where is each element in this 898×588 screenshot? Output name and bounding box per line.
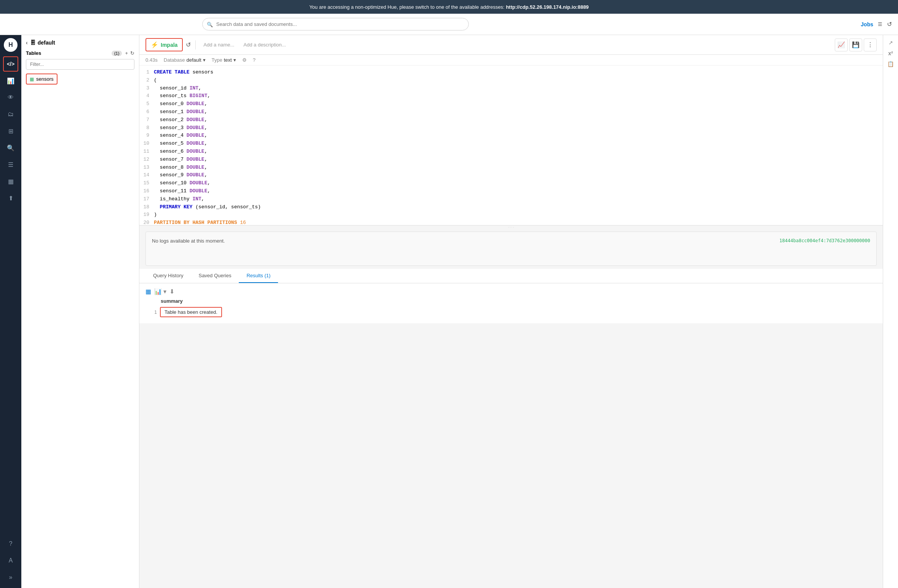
- expand-icon[interactable]: ↗: [888, 40, 893, 46]
- back-button[interactable]: ‹: [26, 40, 28, 46]
- log-area: No logs available at this moment. 18444b…: [145, 232, 877, 266]
- chart-view-button[interactable]: 📈: [835, 38, 848, 51]
- type-label: Type: [212, 57, 222, 63]
- toolbar-right-buttons: 📈 💾 ⋮: [835, 38, 877, 51]
- result-row: 1 Table has been created.: [145, 305, 877, 319]
- sidebar-item-expand[interactable]: »: [3, 570, 18, 585]
- refresh-tables-button[interactable]: ↻: [130, 50, 134, 56]
- top-notification-bar: You are accessing a non-optimized Hue, p…: [0, 0, 898, 14]
- save-button[interactable]: 💾: [849, 38, 862, 51]
- execution-time: 0.43s: [145, 57, 158, 63]
- main-content: ⚡ Impala ↺ Add a name... Add a descripti…: [139, 35, 883, 588]
- refresh-button[interactable]: ↺: [887, 21, 892, 28]
- undo-button[interactable]: ↺: [186, 41, 191, 48]
- sidebar-item-upload[interactable]: ⬆: [3, 190, 18, 206]
- clipboard-icon[interactable]: 📋: [887, 61, 894, 67]
- icon-sidebar: H </> 📊 👁 🗂 ⊞ 🔍 ☰ ▦ ⬆ ? A »: [0, 35, 21, 588]
- log-message: No logs available at this moment.: [152, 238, 225, 244]
- tables-header: Tables (1) + ↻: [26, 50, 134, 56]
- column-header: summary: [161, 298, 877, 304]
- bottom-tabs: Query History Saved Queries Results (1): [139, 269, 883, 283]
- database-selector[interactable]: Database default ▾: [164, 57, 206, 63]
- jobs-list-icon[interactable]: ☰: [878, 21, 882, 27]
- table-actions: + ↻: [125, 50, 134, 56]
- sidebar-item-search[interactable]: 🔍: [3, 140, 18, 155]
- grid-view-icon[interactable]: ▦: [145, 288, 151, 295]
- header-right: Jobs ☰ ↺: [861, 21, 892, 28]
- code-line-7: 7 sensor_2 DOUBLE,: [139, 116, 883, 124]
- help-icon[interactable]: ?: [253, 57, 256, 63]
- code-line-14: 14 sensor_9 DOUBLE,: [139, 171, 883, 179]
- notification-message: You are accessing a non-optimized Hue, p…: [309, 4, 505, 10]
- drag-separator[interactable]: · · ·: [139, 225, 883, 228]
- settings-icon[interactable]: ⚙: [242, 57, 247, 63]
- sidebar-item-user[interactable]: A: [3, 553, 18, 568]
- table-icon: ▦: [30, 77, 34, 82]
- notification-link[interactable]: http://cdp.52.26.198.174.nip.io:8889: [506, 4, 588, 10]
- header: 🔍 Jobs ☰ ↺: [0, 14, 898, 35]
- code-line-15: 15 sensor_10 DOUBLE,: [139, 179, 883, 187]
- code-line-1: 1 CREATE TABLE sensors: [139, 69, 883, 77]
- code-line-10: 10 sensor_5 DOUBLE,: [139, 140, 883, 148]
- query-description-input[interactable]: Add a description...: [240, 40, 289, 49]
- code-line-8: 8 sensor_3 DOUBLE,: [139, 124, 883, 132]
- superscript-icon[interactable]: x²: [888, 50, 893, 56]
- code-line-17: 17 is_healthy INT,: [139, 195, 883, 203]
- code-line-19: 19 ): [139, 211, 883, 219]
- app-logo: H: [4, 38, 18, 52]
- more-options-button[interactable]: ⋮: [864, 38, 877, 51]
- query-id[interactable]: 18444ba8cc004ef4:7d3762e300000000: [780, 238, 870, 243]
- database-label: Database: [164, 57, 185, 63]
- engine-label: Impala: [161, 42, 177, 48]
- tab-query-history[interactable]: Query History: [145, 269, 191, 283]
- export-icon[interactable]: ⬇: [169, 288, 174, 295]
- left-panel: ‹ 🗄 default Tables (1) + ↻ ▦ sensors: [21, 35, 139, 588]
- code-line-12: 12 sensor_7 DOUBLE,: [139, 156, 883, 164]
- toolbar-separator: [195, 40, 196, 50]
- tab-saved-queries[interactable]: Saved Queries: [191, 269, 239, 283]
- add-table-button[interactable]: +: [125, 50, 128, 56]
- code-line-11: 11 sensor_6 DOUBLE,: [139, 148, 883, 156]
- db-icon: 🗄: [30, 40, 35, 46]
- database-header: ‹ 🗄 default: [26, 40, 134, 46]
- sidebar-item-help[interactable]: ?: [3, 536, 18, 551]
- code-line-6: 6 sensor_1 DOUBLE,: [139, 108, 883, 116]
- sidebar-item-dashboard[interactable]: ⊞: [3, 123, 18, 139]
- sidebar-item-files[interactable]: 🗂: [3, 107, 18, 122]
- database-value[interactable]: default: [186, 57, 201, 63]
- search-icon: 🔍: [207, 21, 213, 27]
- sidebar-item-code[interactable]: </>: [3, 56, 18, 72]
- database-dropdown-icon: ▾: [203, 57, 206, 63]
- sidebar-item-jobs[interactable]: ☰: [3, 157, 18, 172]
- tables-count: (1): [112, 51, 122, 56]
- sidebar-item-analytics[interactable]: 📊: [3, 73, 18, 88]
- type-selector[interactable]: Type text ▾: [212, 57, 236, 63]
- type-value[interactable]: text: [224, 57, 232, 63]
- nav-bottom: ? A »: [3, 536, 18, 588]
- code-line-4: 4 sensor_ts BIGINT,: [139, 92, 883, 100]
- code-line-2: 2 (: [139, 77, 883, 85]
- query-name-input[interactable]: Add a name...: [200, 40, 237, 49]
- table-name: sensors: [36, 76, 54, 82]
- result-cell: Table has been created.: [160, 307, 222, 317]
- code-editor[interactable]: 1 CREATE TABLE sensors 2 ( 3 sensor_id I…: [139, 66, 883, 225]
- code-line-16: 16 sensor_11 DOUBLE,: [139, 187, 883, 195]
- tables-filter-input[interactable]: [26, 59, 134, 70]
- sidebar-item-grid[interactable]: ▦: [3, 174, 18, 189]
- engine-icon: ⚡: [151, 41, 158, 48]
- search-bar: 🔍: [202, 18, 469, 30]
- results-area: ▦ 📊 ▾ ⬇ summary 1 Table has been created…: [139, 283, 883, 323]
- sidebar-item-browser[interactable]: 👁: [3, 90, 18, 105]
- table-item-sensors[interactable]: ▦ sensors: [26, 74, 58, 85]
- search-input[interactable]: [202, 18, 469, 30]
- main-layout: H </> 📊 👁 🗂 ⊞ 🔍 ☰ ▦ ⬆ ? A » ‹ 🗄 default …: [0, 35, 898, 588]
- chart-row-icon[interactable]: 📊 ▾: [154, 288, 166, 295]
- editor-meta-bar: 0.43s Database default ▾ Type text ▾ ⚙ ?: [139, 55, 883, 66]
- tab-results[interactable]: Results (1): [239, 269, 278, 283]
- type-dropdown-icon: ▾: [233, 57, 236, 63]
- code-line-5: 5 sensor_0 DOUBLE,: [139, 100, 883, 108]
- jobs-link[interactable]: Jobs: [861, 21, 873, 27]
- code-line-3: 3 sensor_id INT,: [139, 85, 883, 93]
- code-line-20: 20 PARTITION BY HASH PARTITIONS 16: [139, 219, 883, 225]
- engine-selector-button[interactable]: ⚡ Impala: [145, 38, 183, 51]
